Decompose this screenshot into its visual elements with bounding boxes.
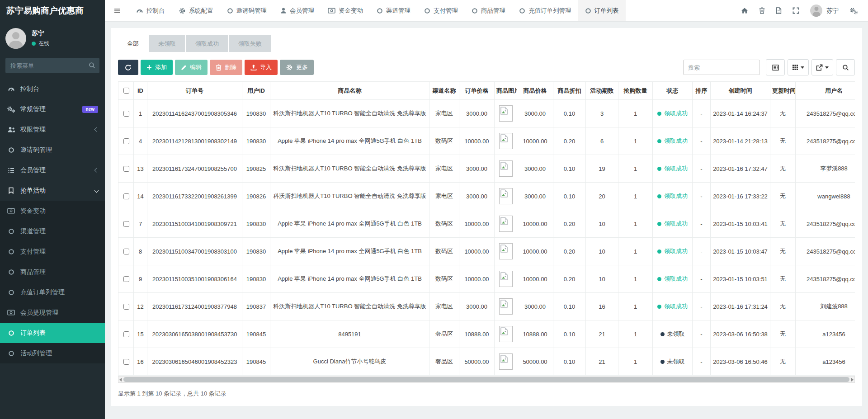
sidebar-item[interactable]: 抢单活动	[0, 180, 105, 201]
hamburger-icon[interactable]	[105, 0, 129, 21]
filter-tab[interactable]: 未领取	[149, 35, 185, 52]
cell-status: 未领取	[653, 320, 693, 348]
horizontal-scrollbar[interactable]	[118, 376, 855, 383]
cell-period: 19	[586, 155, 618, 183]
main: 控制台系统配置邀请码管理会员管理资金变动渠道管理支付管理商品管理充值订单列管理订…	[105, 0, 868, 419]
table-search-input[interactable]	[683, 60, 760, 75]
chevron-down-icon	[94, 188, 99, 193]
row-checkbox[interactable]	[123, 331, 129, 337]
sidebar-search-input[interactable]	[5, 58, 99, 73]
scroll-right-arrow-icon[interactable]	[851, 378, 854, 381]
sidebar-item[interactable]: 渠道管理	[0, 221, 105, 241]
sidebar-item[interactable]: 权限管理	[0, 119, 105, 140]
cell-product: 8495191	[270, 320, 429, 348]
topnav-item[interactable]: 渠道管理	[370, 0, 417, 21]
sidebar-item[interactable]: 活动列管理	[0, 343, 105, 363]
cell-username: a123456	[796, 320, 855, 348]
circle-icon	[424, 8, 430, 14]
filter-tab[interactable]: 领取成功	[186, 35, 228, 52]
more-button[interactable]: 更多	[280, 60, 314, 75]
sidebar-user-name: 苏宁	[32, 29, 49, 38]
filter-tab[interactable]: 领取失败	[229, 35, 271, 52]
row-checkbox[interactable]	[123, 111, 129, 117]
cell-status: 领取成功	[653, 155, 693, 183]
row-checkbox[interactable]	[123, 221, 129, 227]
cell-discount: 0.20	[553, 127, 586, 155]
cell-order-price: 10000.00	[459, 210, 495, 238]
cell-product: Apple 苹果 iPhone 14 pro max 全网通5G手机 白色 1T…	[270, 265, 429, 293]
row-checkbox[interactable]	[123, 359, 129, 365]
export-icon	[816, 64, 823, 71]
cell-sort: -	[693, 238, 711, 265]
topnav-item[interactable]: 会员管理	[274, 0, 321, 21]
topbar-user-name: 苏宁	[826, 7, 839, 15]
cell-created: 2023-01-15 10:03:47	[711, 238, 770, 265]
import-button[interactable]: 导入	[245, 60, 278, 75]
select-all-checkbox[interactable]	[123, 88, 129, 94]
filter-tab[interactable]: 全部	[118, 35, 148, 52]
edit-button[interactable]: 编辑	[175, 60, 208, 75]
topnav-item[interactable]: 控制台	[129, 0, 172, 21]
sidebar-item[interactable]: 会员提现管理	[0, 302, 105, 323]
user-chip[interactable]: 苏宁	[810, 5, 839, 17]
upload-icon	[250, 64, 257, 71]
cell-updated: 无	[770, 100, 796, 127]
cell-period: 16	[586, 293, 618, 320]
row-checkbox[interactable]	[123, 276, 129, 282]
column-header: 用户ID	[242, 82, 270, 100]
cell-qty: 1	[618, 348, 653, 376]
sidebar-item[interactable]: 订单列表	[0, 323, 105, 343]
cell-user-id: 190845	[242, 320, 270, 348]
columns-button[interactable]	[788, 59, 809, 75]
list-icon	[7, 167, 15, 174]
cell-updated: 无	[770, 348, 796, 376]
toggle-view-button[interactable]	[766, 59, 785, 75]
export-button[interactable]	[811, 59, 833, 75]
cell-period: 10	[586, 238, 618, 265]
topnav-item[interactable]: 支付管理	[417, 0, 465, 21]
sidebar-item[interactable]: 邀请码管理	[0, 140, 105, 160]
table-row: 120230114162437001908305346190830科沃斯扫地机器…	[118, 100, 855, 127]
row-checkbox[interactable]	[123, 249, 129, 254]
add-button[interactable]: 添加	[141, 60, 173, 75]
trash-icon[interactable]	[759, 7, 765, 14]
cell-username: 243518275@qq.com	[796, 238, 855, 265]
sidebar-item[interactable]: 控制台	[0, 79, 105, 99]
delete-button[interactable]: 删除	[210, 60, 242, 75]
home-icon[interactable]	[741, 7, 748, 14]
circle-icon	[7, 147, 15, 153]
scroll-left-arrow-icon[interactable]	[119, 378, 122, 381]
status-badge: 领取成功	[657, 110, 688, 117]
cell-updated: 无	[770, 293, 796, 320]
row-checkbox[interactable]	[123, 166, 129, 172]
sidebar-item[interactable]: 充值订单列管理	[0, 282, 105, 302]
topnav-item[interactable]: 资金变动	[321, 0, 370, 21]
search-button[interactable]	[836, 59, 855, 75]
sidebar-item[interactable]: 支付管理	[0, 241, 105, 262]
topnav-item[interactable]: 订单列表	[578, 0, 626, 21]
topnav-item[interactable]: 商品管理	[465, 0, 512, 21]
sidebar-item[interactable]: 会员管理	[0, 160, 105, 180]
avatar	[5, 28, 26, 49]
sidebar-item[interactable]: 商品管理	[0, 262, 105, 282]
pencil-icon	[181, 65, 187, 71]
cell-discount: 0.20	[553, 265, 586, 293]
scrollbar-thumb[interactable]	[123, 377, 849, 382]
document-icon[interactable]	[776, 7, 782, 14]
gears-icon[interactable]	[849, 7, 858, 14]
row-checkbox[interactable]	[123, 193, 129, 199]
topnav: 控制台系统配置邀请码管理会员管理资金变动渠道管理支付管理商品管理充值订单列管理订…	[129, 0, 626, 21]
row-checkbox-cell	[118, 183, 134, 210]
topnav-item[interactable]: 充值订单列管理	[512, 0, 578, 21]
sidebar-item[interactable]: 常规管理new	[0, 99, 105, 119]
row-checkbox[interactable]	[123, 304, 129, 310]
topnav-item[interactable]: 邀请码管理	[220, 0, 274, 21]
topnav-item[interactable]: 系统配置	[172, 0, 220, 21]
cell-id: 4	[134, 127, 147, 155]
row-checkbox[interactable]	[123, 138, 129, 144]
cell-qty: 1	[618, 155, 653, 183]
expand-icon[interactable]	[793, 7, 799, 14]
refresh-button[interactable]	[118, 60, 138, 75]
sidebar-item[interactable]: 资金变动	[0, 201, 105, 221]
cell-product-image	[495, 293, 517, 320]
